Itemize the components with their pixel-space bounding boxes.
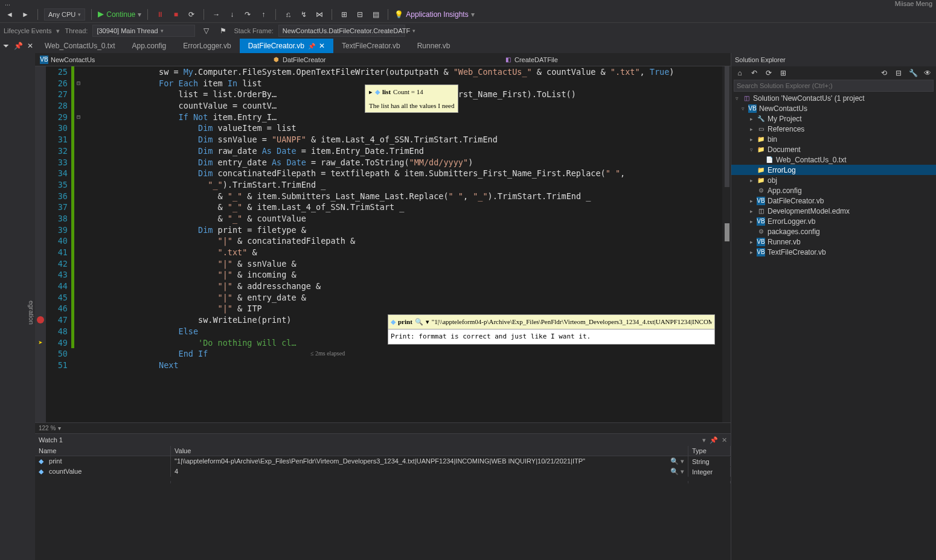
close-icon[interactable]: ✕ xyxy=(722,436,727,444)
tool-icon[interactable]: ⊞ xyxy=(338,8,350,21)
forward-icon[interactable]: ► xyxy=(19,8,31,21)
tree-twisty[interactable]: ▸ xyxy=(748,208,754,214)
datatip-list[interactable]: ▸◆ list Count = 14 The list has all the … xyxy=(365,84,458,113)
app-insights-button[interactable]: 💡 Application Insights ▾ xyxy=(394,10,474,19)
tree-node[interactable]: ▸▭ References xyxy=(731,124,936,134)
watch-row[interactable]: ◆ countValue4🔍 ▾Integer xyxy=(35,466,731,477)
filter-icon[interactable]: ▽ xyxy=(200,25,212,37)
tool-icon[interactable]: ⎌ xyxy=(282,8,294,21)
tree-twisty[interactable]: ▸ xyxy=(748,116,754,122)
tree-twisty[interactable]: ▸ xyxy=(748,126,754,132)
file-tab[interactable]: Web_ContactUs_0.txt xyxy=(36,39,124,53)
solexp-search-input[interactable] xyxy=(734,80,934,92)
nav-method[interactable]: ◧CreateDATFile xyxy=(499,56,731,64)
stop-icon[interactable]: ■ xyxy=(170,8,182,21)
watch-empty-row[interactable] xyxy=(35,477,731,487)
flag-icon[interactable]: ⚑ xyxy=(217,25,229,37)
preview-icon[interactable]: 👁 xyxy=(922,67,934,79)
tree-node[interactable]: ⚙ packages.config xyxy=(731,226,936,237)
continue-button[interactable]: Continue ▾ xyxy=(98,10,141,19)
tab-nav-icon[interactable]: ⏷ xyxy=(0,40,12,52)
refresh-icon[interactable]: ⟲ xyxy=(878,67,890,79)
tool-icon[interactable]: ↯ xyxy=(298,8,310,21)
tree-node[interactable]: ▿◫ Solution 'NewContactUs' (1 project xyxy=(731,93,936,103)
code-editor[interactable]: ➤ 25262728293031323334353637383940414243… xyxy=(35,66,731,422)
tree-twisty[interactable]: ▿ xyxy=(740,106,746,112)
tree-node[interactable]: ▿📁 Document xyxy=(731,144,936,154)
back-icon[interactable]: ↶ xyxy=(748,67,760,79)
main-toolbar: ◄ ► Any CPU▾ Continue ▾ ⏸ ■ ⟳ → ↓ ↷ ↑ ⎌ … xyxy=(0,6,936,23)
thread-combo[interactable]: [30940] Main Thread▾ xyxy=(92,25,195,37)
tree-twisty[interactable]: ▿ xyxy=(734,95,740,101)
tool-icon[interactable]: ⊟ xyxy=(354,8,366,21)
collapse-icon[interactable]: ⊟ xyxy=(893,67,905,79)
file-tab[interactable]: App.config xyxy=(124,39,175,53)
glyph-margin[interactable]: ➤ xyxy=(35,66,46,422)
tree-twisty[interactable]: ▸ xyxy=(748,177,754,183)
pin-icon[interactable]: 📌 xyxy=(710,436,718,444)
file-tab[interactable]: Runner.vb xyxy=(409,39,459,53)
zoom-bar[interactable]: 122 % ▾ xyxy=(35,422,731,433)
pin-icon[interactable]: 📌 xyxy=(12,40,24,52)
watch-row[interactable]: ◆ print"1|\\appteleform04-p\Archive\Exp_… xyxy=(35,456,731,466)
tree-twisty[interactable]: ▸ xyxy=(748,136,754,142)
close-icon[interactable]: ✕ xyxy=(24,40,36,52)
tree-twisty[interactable]: ▸ xyxy=(748,218,754,224)
dropdown-icon[interactable]: ▾ xyxy=(702,436,706,444)
tree-node[interactable]: ▸📁 obj xyxy=(731,175,936,185)
fold-gutter[interactable]: ⊟⊟ xyxy=(74,66,83,422)
step-out-icon[interactable]: ↑ xyxy=(257,8,269,21)
datatip-note-input[interactable]: Print: formmat is correct and just like … xyxy=(388,329,715,345)
close-icon[interactable]: ✕ xyxy=(319,42,325,50)
tree-node[interactable]: ▸VB TextFileCreator.vb xyxy=(731,247,936,257)
nav-project[interactable]: VBNewContactUs xyxy=(35,56,267,64)
file-tab[interactable]: TextFileCreator.vb xyxy=(333,39,409,53)
breakpoint-icon[interactable] xyxy=(37,316,44,323)
home-icon[interactable]: ⌂ xyxy=(734,67,746,79)
code-lines[interactable]: ▸◆ list Count = 14 The list has all the … xyxy=(83,66,722,422)
tree-twisty[interactable]: ▿ xyxy=(748,147,754,153)
visualizer-icon[interactable]: 🔍 ▾ xyxy=(670,468,684,476)
properties-icon[interactable]: 🔧 xyxy=(907,67,919,79)
stackframe-combo[interactable]: NewContactUs.DatFileCreator.CreateDATF▾ xyxy=(278,25,405,37)
menu-item[interactable]: ... xyxy=(5,0,10,7)
show-next-icon[interactable]: → xyxy=(210,8,222,21)
tree-twisty[interactable]: ▸ xyxy=(748,239,754,245)
cpu-config-combo[interactable]: Any CPU▾ xyxy=(44,8,85,21)
tree-node[interactable]: ▸🔧 My Project xyxy=(731,113,936,124)
nav-class[interactable]: ⬢DatFileCreator xyxy=(267,56,499,64)
solution-tree[interactable]: ▿◫ Solution 'NewContactUs' (1 project▿VB… xyxy=(731,93,936,560)
tree-node[interactable]: ⚙ App.config xyxy=(731,185,936,196)
tree-twisty[interactable]: ▸ xyxy=(748,249,754,255)
tool-icon[interactable]: ▤ xyxy=(370,8,382,21)
visualizer-icon[interactable]: 🔍 ▾ xyxy=(670,457,684,465)
showall-icon[interactable]: ⊞ xyxy=(777,67,789,79)
tree-node[interactable]: 📄 Web_ContactUs_0.txt xyxy=(731,154,936,165)
search-icon[interactable]: 🔍 xyxy=(415,316,423,328)
tree-label: Runner.vb xyxy=(768,238,801,246)
file-tab[interactable]: DatFileCreator.vb📌✕ xyxy=(240,39,333,53)
side-tab-toolbox[interactable]: egration xyxy=(0,53,35,560)
tree-node[interactable]: ▸VB Runner.vb xyxy=(731,237,936,247)
back-icon[interactable]: ◄ xyxy=(4,8,16,21)
pin-icon[interactable]: 📌 xyxy=(308,43,315,49)
pause-icon[interactable]: ⏸ xyxy=(154,8,166,21)
file-tab[interactable]: ErrorLogger.vb xyxy=(175,39,239,53)
perf-tip[interactable]: ≤ 2ms elapsed xyxy=(310,348,345,360)
restart-icon[interactable]: ⟳ xyxy=(185,8,197,21)
tree-node[interactable]: ▸VB ErrorLogger.vb xyxy=(731,216,936,226)
step-over-icon[interactable]: ↷ xyxy=(242,8,254,21)
tree-node[interactable]: ▸VB DatFileCreator.vb xyxy=(731,196,936,206)
expand-icon[interactable]: ▸ xyxy=(369,86,373,98)
tree-node[interactable]: ▿VB NewContactUs xyxy=(731,103,936,113)
sync-icon[interactable]: ⟳ xyxy=(763,67,775,79)
lightbulb-icon: 💡 xyxy=(394,10,403,19)
tree-node[interactable]: ▸◫ DevelopmentModel.edmx xyxy=(731,206,936,216)
datatip-print[interactable]: ◆ print 🔍 ▾ "1|\\appteleform04-p\Archive… xyxy=(388,314,715,345)
tree-twisty[interactable]: ▸ xyxy=(748,198,754,204)
tree-node[interactable]: ▸📁 bin xyxy=(731,134,936,144)
tool-icon[interactable]: ⋈ xyxy=(313,8,325,21)
overview-ruler[interactable] xyxy=(722,66,731,422)
tree-node[interactable]: 📁 ErrorLog xyxy=(731,165,936,175)
step-into-icon[interactable]: ↓ xyxy=(226,8,238,21)
